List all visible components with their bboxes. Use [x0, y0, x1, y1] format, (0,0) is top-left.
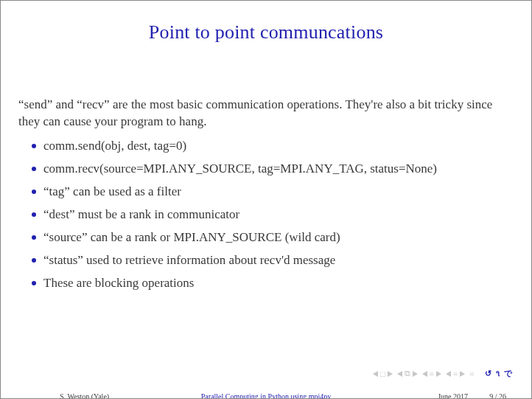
- nav-section-group[interactable]: ≡: [422, 369, 441, 378]
- list-item: comm.recv(source=MPI.ANY_SOURCE, tag=MPI…: [43, 161, 514, 178]
- undo-icon[interactable]: ↺: [485, 369, 491, 378]
- svg-marker-2: [397, 371, 402, 377]
- triangle-right-icon: [435, 371, 441, 377]
- svg-marker-0: [373, 371, 378, 377]
- list-item: “status” used to retrieve information ab…: [43, 252, 514, 269]
- list-item: These are blocking operations: [43, 275, 514, 292]
- triangle-left-icon: [397, 371, 403, 377]
- triangle-left-icon: [422, 371, 428, 377]
- nav-c-icon[interactable]: で: [504, 368, 512, 379]
- svg-marker-3: [413, 371, 418, 377]
- svg-marker-4: [422, 371, 427, 377]
- triangle-left-icon: [373, 371, 379, 377]
- square-icon: □: [380, 369, 385, 378]
- triangle-left-icon: [446, 371, 452, 377]
- footer-date: June 2017: [438, 392, 468, 399]
- footer-title: Parallel Computing in Python using mpi4p…: [201, 392, 331, 399]
- nav-subsection-group[interactable]: ⧉: [397, 369, 418, 378]
- list-item: “tag” can be used as a filter: [43, 184, 514, 201]
- menu-icon[interactable]: ≡: [469, 369, 474, 378]
- slide-title: Point to point communcations: [18, 21, 514, 44]
- beamer-nav: □ ⧉ ≡ ≡ ≡ ↺ ૧ で: [373, 368, 512, 379]
- nav-q-icon[interactable]: ૧: [496, 369, 500, 378]
- svg-marker-6: [446, 371, 451, 377]
- svg-marker-5: [436, 371, 441, 377]
- footer-author: S. Weston (Yale): [60, 392, 109, 399]
- list-item: comm.send(obj, dest, tag=0): [43, 138, 514, 155]
- menu-icon: ≡: [453, 369, 458, 378]
- list-item: “dest” must be a rank in communicator: [43, 207, 514, 223]
- triangle-right-icon: [387, 371, 393, 377]
- triangle-right-icon: [459, 371, 465, 377]
- list-item: “source” can be a rank or MPI.ANY_SOURCE…: [43, 229, 514, 246]
- svg-marker-7: [460, 371, 465, 377]
- svg-marker-1: [388, 371, 393, 377]
- intro-text: “send” and “recv” are the most basic com…: [18, 97, 514, 131]
- menu-icon: ≡: [430, 369, 434, 378]
- slide: Point to point communcations “send” and …: [1, 1, 531, 398]
- nav-frame-group[interactable]: □: [373, 369, 393, 378]
- bullet-list: comm.send(obj, dest, tag=0) comm.recv(so…: [18, 138, 514, 292]
- nav-doc-group[interactable]: ≡: [446, 369, 465, 378]
- page-icon: ⧉: [405, 369, 410, 378]
- triangle-right-icon: [412, 371, 418, 377]
- footer-page: 9 / 26: [489, 392, 506, 399]
